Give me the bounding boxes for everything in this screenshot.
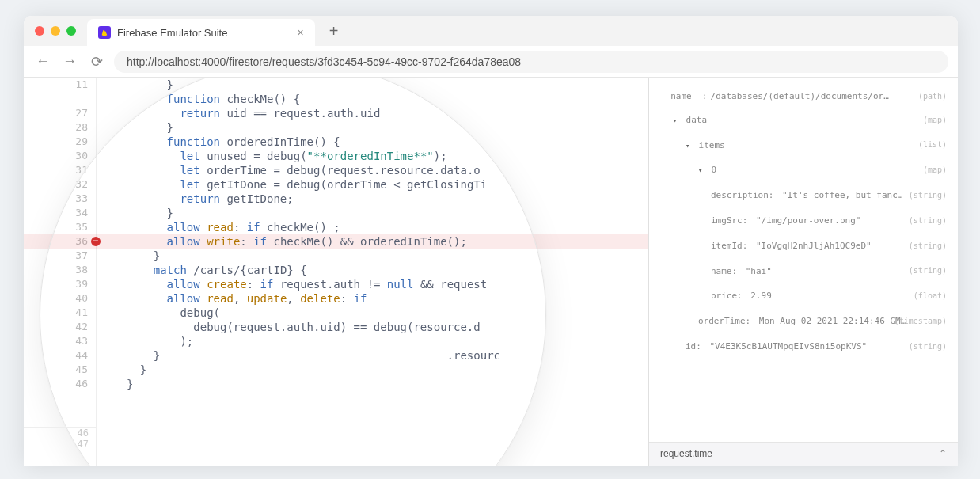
code-line[interactable]: function checkMe() { (127, 92, 500, 106)
inspector-type: (float) (914, 289, 947, 303)
code-line[interactable]: } (127, 78, 500, 92)
page-content: 1127282930313233343536373839404142434445… (24, 78, 958, 466)
code-line[interactable]: let orderTime = debug(request.resource.d… (127, 163, 500, 177)
inspector-key: orderTime: (698, 316, 750, 326)
inspector-row: name: "hai"(string) (660, 264, 947, 279)
line-gutter: 1127282930313233343536373839404142434445… (24, 78, 97, 466)
close-tab-icon[interactable]: × (297, 26, 303, 39)
code-line[interactable]: let unused = debug("**orderedInTime**"); (127, 149, 500, 163)
code-line[interactable]: } (127, 249, 500, 263)
address-bar[interactable]: http://localhost:4000/firestore/requests… (114, 51, 948, 73)
inspector-key: data (681, 115, 707, 125)
inspector-value: 2.99 (746, 291, 772, 301)
line-number: 41 (24, 306, 88, 320)
minimize-window-icon[interactable] (51, 26, 60, 36)
line-number: 30 (24, 149, 88, 163)
line-number: 32 (24, 177, 88, 192)
code-line[interactable]: } (127, 206, 500, 220)
code-line[interactable]: debug(request.auth.uid) == debug(resourc… (127, 320, 500, 334)
inspector-key: price: (711, 291, 743, 301)
code-line[interactable]: allow create: if request.auth != null &&… (127, 277, 500, 291)
url-text: http://localhost:4000/firestore/requests… (127, 55, 521, 68)
caret-down-icon[interactable]: ▾ (673, 114, 681, 127)
line-number: 33 (24, 192, 88, 206)
code-line[interactable]: let getItDone = debug(orderTime < getClo… (127, 177, 500, 192)
gutter-tail: 46 47 (24, 427, 97, 450)
tab-strip: Firebase Emulator Suite × + (24, 16, 958, 46)
browser-window: Firebase Emulator Suite × + ← → ⟳ http:/… (24, 16, 958, 466)
inspector-row: id: "V4E3K5cB1AUTMpqEIvS8ni5opKVS"(strin… (660, 339, 947, 355)
code-line[interactable]: allow read: if checkMe() ; (127, 220, 500, 234)
inspector-key: itemId: (711, 241, 747, 251)
code-body: } function checkMe() { return uid == req… (127, 78, 500, 391)
inspector-value: "It's coffee, but fanc… (777, 190, 902, 200)
inspector-value: "/img/pour-over.png" (750, 215, 860, 226)
code-line[interactable]: } .resourc (127, 348, 500, 363)
code-line[interactable]: allow read, update, delete: if (127, 291, 500, 306)
code-line[interactable]: return uid == request.auth.uid (127, 106, 500, 120)
browser-tab[interactable]: Firebase Emulator Suite × (87, 19, 315, 46)
inspector-key: name: (711, 266, 737, 276)
inspector-type: (map) (923, 163, 947, 177)
inspector-key: 0 (706, 165, 716, 175)
window-controls (24, 26, 87, 36)
inspector-row: imgSrc: "/img/pour-over.png"(string) (660, 213, 947, 229)
line-number: 40 (24, 291, 88, 306)
back-button[interactable]: ← (33, 53, 52, 70)
refresh-button[interactable]: ⟳ (87, 53, 106, 70)
code-line[interactable]: } (127, 377, 500, 391)
inspector-row[interactable]: ▾ data(map) (660, 112, 947, 128)
line-number: 27 (24, 106, 88, 120)
code-line[interactable]: ); (127, 334, 500, 348)
inspector-row: price: 2.99(float) (660, 288, 947, 304)
line-number: 43 (24, 334, 88, 348)
line-number: 45 (24, 363, 88, 377)
code-line[interactable]: match /carts/{cartID} { (127, 263, 500, 277)
line-number: 46 (24, 377, 88, 391)
inspector-type: (timestamp) (895, 314, 947, 329)
inspector-type: (list) (918, 138, 947, 152)
inspector-type: (string) (909, 188, 947, 203)
maximize-window-icon[interactable] (66, 26, 76, 36)
close-window-icon[interactable] (35, 26, 44, 36)
caret-down-icon[interactable]: ▾ (698, 164, 706, 177)
line-number: 37 (24, 249, 88, 263)
inspector-row[interactable]: ▾ 0(map) (660, 162, 947, 178)
firebase-favicon-icon (98, 26, 111, 39)
inspector-name-row: __name__: /databases/(default)/documents… (660, 89, 947, 105)
section-request-time[interactable]: request.time ⌃ (649, 442, 958, 466)
rules-editor[interactable]: 1127282930313233343536373839404142434445… (24, 78, 649, 466)
forward-button[interactable]: → (60, 53, 79, 70)
line-number: 35 (24, 220, 88, 234)
inspector-row: description: "It's coffee, but fanc…(str… (660, 188, 947, 203)
inspector-row[interactable]: ▾ items(list) (660, 138, 947, 154)
line-number (24, 92, 88, 106)
code-line[interactable]: debug( (127, 306, 500, 320)
inspector-value: Mon Aug 02 2021 22:14:46 GM… (754, 316, 906, 326)
line-number: 42 (24, 320, 88, 334)
caret-down-icon[interactable]: ▾ (686, 139, 693, 152)
line-number-tail: 47 (24, 439, 89, 450)
browser-toolbar: ← → ⟳ http://localhost:4000/firestore/re… (24, 46, 958, 78)
request-inspector: __name__: /databases/(default)/documents… (649, 78, 958, 466)
inspector-key: items (693, 140, 725, 150)
new-tab-button[interactable]: + (329, 22, 339, 40)
line-number: 29 (24, 135, 88, 149)
line-number: 39 (24, 277, 88, 291)
code-line[interactable]: function orderedInTime() { (127, 135, 500, 149)
section-label: request.time (660, 446, 712, 463)
code-line[interactable]: return getItDone; (127, 192, 500, 206)
inspector-row: itemId: "IoVgqH2nhJljAh1QC9eD"(string) (660, 238, 947, 254)
code-line[interactable]: } (127, 363, 500, 377)
inspector-type: (map) (923, 113, 947, 127)
inspector-type: (string) (909, 239, 947, 253)
inspector-value: "V4E3K5cB1AUTMpqEIvS8ni5opKVS" (705, 341, 867, 352)
code-line[interactable]: } (127, 120, 500, 135)
tab-title: Firebase Emulator Suite (117, 27, 227, 39)
inspector-type: (string) (909, 264, 947, 278)
inspector-key: imgSrc: (711, 215, 747, 226)
inspector-type: (string) (909, 340, 947, 354)
code-line[interactable]: allow write: if checkMe() && orderedInTi… (127, 234, 500, 249)
inspector-value: "hai" (740, 266, 772, 276)
inspector-key: description: (711, 190, 773, 200)
